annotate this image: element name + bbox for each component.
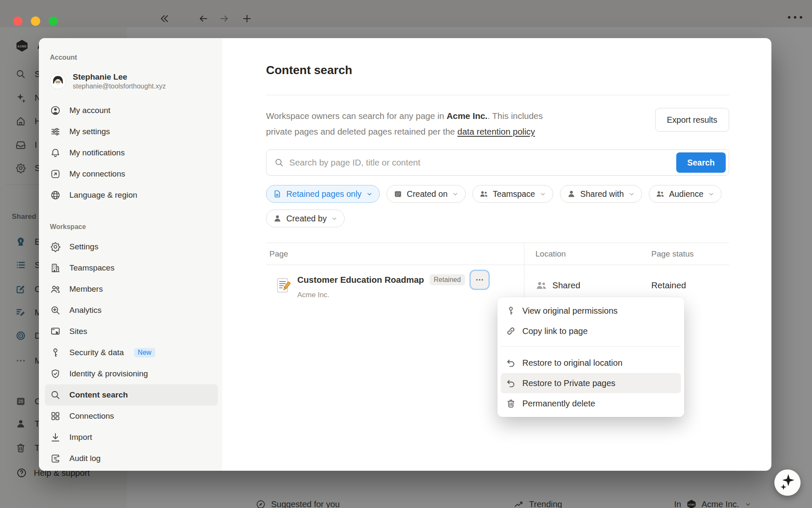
page-title: Content search: [266, 63, 729, 78]
menu-item-view-original-permissions[interactable]: View original permissions: [501, 301, 681, 321]
chevron-down-icon: [628, 190, 635, 198]
row-context-menu: View original permissions Copy link to p…: [497, 297, 684, 417]
sidebar-item-language-region[interactable]: Language & region: [45, 185, 218, 206]
menu-item-restore-original-location[interactable]: Restore to original location: [501, 353, 681, 373]
key-icon: [506, 306, 516, 316]
gear-icon: [50, 241, 61, 252]
filter-chip-teamspace[interactable]: Teamspace: [472, 185, 553, 203]
globe-icon: [50, 190, 61, 201]
menu-item-copy-link[interactable]: Copy link to page: [501, 321, 681, 341]
sidebar-item-connections[interactable]: Connections: [45, 406, 218, 427]
search-button[interactable]: Search: [676, 152, 726, 173]
sidebar-item-analytics[interactable]: Analytics: [45, 300, 218, 321]
settings-sidebar: Account Stephanie Lee stephanie@toolsfor…: [39, 38, 222, 471]
workspace-section-label: Workspace: [45, 223, 218, 231]
user-email: stephanie@toolsforthought.xyz: [73, 82, 166, 91]
link-icon: [506, 326, 516, 336]
menu-item-permanently-delete[interactable]: Permanently delete: [501, 393, 681, 414]
filter-chips: Retained pages only Created on Teamspace…: [266, 185, 729, 227]
sidebar-item-settings[interactable]: Settings: [45, 236, 218, 257]
search-icon: [274, 157, 284, 168]
row-more-button[interactable]: [471, 271, 488, 289]
user-name: Stephanie Lee: [73, 72, 166, 82]
sidebar-item-members[interactable]: Members: [45, 279, 218, 300]
location-cell: Shared: [552, 280, 580, 290]
scroll-icon: [50, 453, 61, 464]
data-retention-policy-link[interactable]: data retention policy: [457, 127, 535, 136]
calendar-icon: [393, 189, 403, 199]
column-header-page: Page: [266, 243, 524, 265]
search-bar: Search: [266, 149, 729, 176]
bell-icon: [50, 147, 61, 158]
results-table: Page Location Page status: [266, 243, 729, 305]
workspace-name: Acme Inc.: [447, 111, 488, 121]
sidebar-item-my-connections[interactable]: My connections: [45, 163, 218, 185]
minimize-window-button[interactable]: [31, 17, 40, 26]
zoom-window-button[interactable]: [49, 17, 58, 26]
account-user-row[interactable]: Stephanie Lee stephanie@toolsforthought.…: [45, 69, 218, 93]
close-window-button[interactable]: [13, 17, 22, 26]
column-header-page-status: Page status: [651, 249, 729, 259]
chevron-down-icon: [366, 190, 373, 198]
filter-chip-retained-pages-only[interactable]: Retained pages only: [266, 185, 380, 203]
sidebar-item-content-search[interactable]: Content search: [45, 384, 218, 406]
chevron-down-icon: [539, 190, 546, 198]
sidebar-item-my-settings[interactable]: My settings: [45, 121, 218, 142]
trash-icon: [506, 398, 516, 409]
person-circle-icon: [50, 105, 61, 116]
people-icon: [479, 189, 488, 199]
chevron-down-icon: [452, 190, 459, 198]
ellipsis-icon: [475, 275, 484, 284]
description: Workspace owners can search for any page…: [266, 108, 623, 139]
filter-chip-created-by[interactable]: Created by: [266, 210, 345, 227]
avatar: [50, 73, 66, 89]
retained-badge: Retained: [430, 274, 465, 285]
sparkles-icon: [774, 470, 800, 495]
sidebar-item-sites[interactable]: Sites: [45, 321, 218, 342]
sidebar-item-import[interactable]: Import: [45, 427, 218, 448]
undo-arrow-icon: [506, 358, 516, 368]
filter-chip-created-on[interactable]: Created on: [387, 185, 466, 203]
sidebar-item-audit-log[interactable]: Audit log: [45, 448, 218, 469]
sidebar-item-security-data[interactable]: Security & data New: [45, 342, 218, 363]
column-header-location: Location: [524, 249, 651, 259]
download-icon: [50, 432, 61, 443]
building-icon: [50, 262, 61, 273]
filter-chip-audience[interactable]: Audience: [649, 185, 721, 203]
page-status-cell: Retained: [651, 280, 686, 290]
filter-chip-shared-with[interactable]: Shared with: [560, 185, 642, 203]
magnifier-plus-icon: [50, 305, 61, 316]
shield-check-icon: [50, 368, 61, 379]
person-icon: [273, 214, 282, 223]
page-workspace-cell: Acme Inc.: [297, 291, 488, 299]
window-controls: [13, 17, 58, 26]
people-icon: [50, 284, 61, 295]
browser-cursor-icon: [50, 326, 61, 337]
sidebar-item-my-notifications[interactable]: My notifications: [45, 142, 218, 163]
undo-arrow-icon: [506, 378, 516, 388]
chevron-down-icon: [331, 215, 338, 222]
export-results-button[interactable]: Export results: [655, 108, 729, 132]
arrow-up-right-box-icon: [50, 168, 61, 179]
title-divider: [266, 95, 729, 95]
page-note-icon: [274, 277, 291, 294]
menu-divider: [501, 346, 681, 347]
people-icon: [656, 189, 665, 199]
sidebar-item-identity-provisioning[interactable]: Identity & provisioning: [45, 363, 218, 384]
chevron-down-icon: [708, 190, 715, 198]
page-title-cell: Customer Education Roadmap: [297, 275, 424, 285]
grid-icon: [50, 411, 61, 422]
search-input[interactable]: [289, 157, 671, 168]
account-section-label: Account: [45, 53, 218, 62]
search-icon: [50, 389, 61, 400]
table-header: Page Location Page status: [266, 243, 729, 265]
menu-item-restore-private-pages[interactable]: Restore to Private pages: [501, 373, 681, 393]
sidebar-item-teamspaces[interactable]: Teamspaces: [45, 257, 218, 279]
content-search-panel: Content search Workspace owners can sear…: [222, 38, 771, 471]
key-icon: [50, 347, 61, 358]
new-badge: New: [134, 348, 155, 357]
ai-assistant-button[interactable]: [774, 469, 801, 496]
document-icon: [273, 189, 282, 199]
sliders-icon: [50, 126, 61, 137]
sidebar-item-my-account[interactable]: My account: [45, 100, 218, 121]
